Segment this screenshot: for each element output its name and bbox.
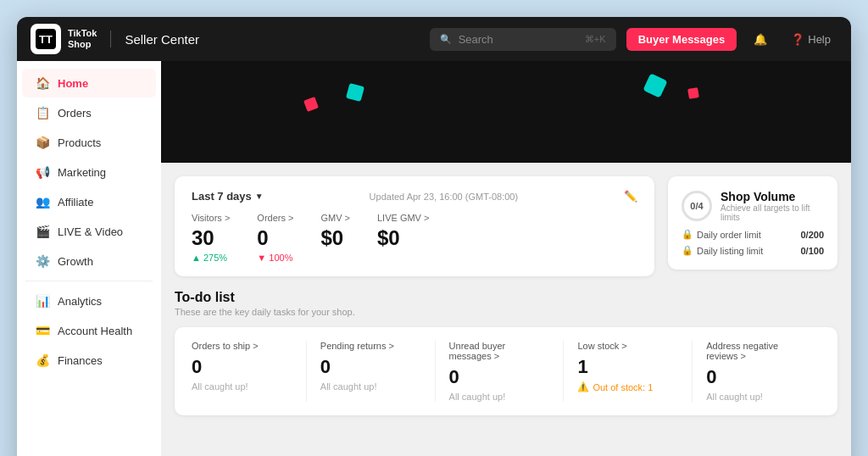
- unread-messages-label: Unread buyer messages >: [449, 341, 550, 361]
- confetti-teal: [346, 83, 364, 102]
- seller-center-label: Seller Center: [125, 32, 199, 47]
- help-label: Help: [808, 33, 831, 46]
- help-icon: ❓: [791, 33, 804, 46]
- sidebar-item-label: Growth: [58, 255, 93, 268]
- sidebar-item-label: Orders: [58, 107, 92, 120]
- daily-order-limit-row: 🔒 Daily order limit 0/200: [682, 229, 824, 240]
- live-gmv-value: $0: [377, 226, 429, 250]
- sidebar: 🏠 Home 📋 Orders 📦 Products 📢 Marketing 👥…: [17, 61, 161, 456]
- search-bar[interactable]: 🔍 Search ⌘+K: [430, 28, 616, 51]
- sidebar-item-account-health[interactable]: 💳 Account Health: [22, 316, 156, 345]
- hero-banner: [161, 61, 851, 163]
- lock-icon-2: 🔒: [682, 245, 693, 256]
- sidebar-item-label: Affiliate: [58, 196, 93, 209]
- todo-section: To-do list These are the key daily tasks…: [161, 290, 851, 429]
- main-layout: 🏠 Home 📋 Orders 📦 Products 📢 Marketing 👥…: [17, 61, 851, 456]
- metric-visitors: Visitors > 30 ▲ 275%: [192, 213, 230, 263]
- visitors-value: 30: [192, 226, 230, 250]
- todo-item-low-stock[interactable]: Low stock > 1 ⚠️ Out of stock: 1: [564, 341, 693, 402]
- orders-to-ship-sub: All caught up!: [192, 381, 292, 392]
- sidebar-item-marketing[interactable]: 📢 Marketing: [22, 158, 156, 186]
- lock-icon: 🔒: [682, 229, 693, 240]
- bell-icon: 🔔: [754, 33, 767, 46]
- date-range-button[interactable]: Last 7 days ▼: [192, 190, 264, 203]
- confetti-teal-right: [643, 73, 667, 97]
- shop-vol-text: Shop Volume Achieve all targets to lift …: [721, 190, 824, 222]
- finances-icon: 💰: [36, 353, 49, 367]
- orders-to-ship-value: 0: [192, 356, 292, 378]
- sidebar-item-label: Products: [58, 136, 101, 149]
- progress-value: 0/4: [690, 201, 703, 211]
- sidebar-item-label: LIVE & Video: [58, 225, 123, 238]
- products-icon: 📦: [36, 136, 49, 149]
- notifications-button[interactable]: 🔔: [747, 30, 774, 49]
- app-window: TT TikTok Shop Seller Center 🔍 Search ⌘+…: [17, 17, 851, 456]
- sidebar-item-label: Account Health: [58, 325, 132, 337]
- sidebar-item-affiliate[interactable]: 👥 Affiliate: [22, 187, 156, 216]
- sidebar-item-growth[interactable]: ⚙️ Growth: [22, 247, 156, 275]
- todo-items: Orders to ship > 0 All caught up! Pendin…: [192, 341, 821, 402]
- daily-listing-limit-row: 🔒 Daily listing limit 0/100: [682, 245, 824, 256]
- todo-card: Orders to ship > 0 All caught up! Pendin…: [175, 327, 837, 415]
- stats-section: Last 7 days ▼ Updated Apr 23, 16:00 (GMT…: [161, 163, 851, 290]
- pending-returns-sub: All caught up!: [320, 381, 421, 392]
- todo-item-orders-to-ship[interactable]: Orders to ship > 0 All caught up!: [192, 341, 307, 402]
- todo-item-unread-messages[interactable]: Unread buyer messages > 0 All caught up!: [436, 341, 565, 402]
- low-stock-value: 1: [577, 356, 678, 378]
- metric-gmv: GMV > $0: [320, 213, 350, 263]
- shop-volume-subtitle: Achieve all targets to lift limits: [721, 203, 824, 222]
- marketing-icon: 📢: [36, 165, 49, 179]
- shop-volume-card: 0/4 Shop Volume Achieve all targets to l…: [668, 176, 837, 270]
- pending-returns-label: Pending returns >: [320, 341, 421, 351]
- home-icon: 🏠: [36, 76, 49, 90]
- todo-title: To-do list: [175, 290, 837, 305]
- todo-item-pending-returns[interactable]: Pending returns > 0 All caught up!: [307, 341, 436, 402]
- metric-live-gmv: LIVE GMV > $0: [377, 213, 429, 263]
- search-placeholder: Search: [459, 33, 493, 46]
- svg-text:TT: TT: [39, 33, 53, 46]
- sidebar-item-live-video[interactable]: 🎬 LIVE & Video: [22, 217, 156, 246]
- sidebar-item-products[interactable]: 📦 Products: [22, 128, 156, 157]
- metric-orders: Orders > 0 ▼ 100%: [257, 213, 293, 263]
- orders-icon: 📋: [36, 106, 49, 120]
- updated-text: Updated Apr 23, 16:00 (GMT-08:00): [370, 192, 519, 202]
- search-shortcut: ⌘+K: [585, 34, 606, 45]
- unread-messages-value: 0: [449, 366, 550, 388]
- orders-label: Orders >: [257, 213, 293, 223]
- sidebar-item-home[interactable]: 🏠 Home: [22, 69, 156, 97]
- orders-change: ▼ 100%: [257, 253, 293, 263]
- pending-returns-value: 0: [320, 356, 421, 378]
- sidebar-item-analytics[interactable]: 📊 Analytics: [22, 286, 156, 315]
- stats-card: Last 7 days ▼ Updated Apr 23, 16:00 (GMT…: [175, 176, 654, 276]
- affiliate-icon: 👥: [36, 195, 49, 209]
- negative-reviews-value: 0: [706, 366, 807, 388]
- sidebar-item-label: Analytics: [58, 295, 102, 308]
- sidebar-item-orders[interactable]: 📋 Orders: [22, 98, 156, 127]
- negative-reviews-label: Address negative reviews >: [706, 341, 807, 361]
- sidebar-item-label: Marketing: [58, 166, 106, 179]
- todo-subtitle: These are the key daily tasks for your s…: [175, 307, 837, 317]
- gmv-value: $0: [320, 226, 350, 250]
- low-stock-label: Low stock >: [577, 341, 678, 351]
- unread-messages-sub: All caught up!: [449, 392, 550, 402]
- logo-text: TikTok Shop: [68, 28, 97, 50]
- metrics-row: Visitors > 30 ▲ 275% Orders > 0 ▼ 100% G…: [192, 213, 637, 263]
- confetti-red-right: [687, 87, 699, 99]
- orders-to-ship-label: Orders to ship >: [192, 341, 292, 351]
- help-button[interactable]: ❓ Help: [784, 30, 837, 49]
- analytics-icon: 📊: [36, 294, 49, 308]
- todo-item-negative-reviews[interactable]: Address negative reviews > 0 All caught …: [693, 341, 821, 402]
- shop-volume-title: Shop Volume: [721, 190, 824, 203]
- stats-card-header: Last 7 days ▼ Updated Apr 23, 16:00 (GMT…: [192, 190, 637, 203]
- sidebar-item-finances[interactable]: 💰 Finances: [22, 346, 156, 375]
- buyer-messages-button[interactable]: Buyer Messages: [626, 28, 737, 51]
- chevron-down-icon: ▼: [255, 192, 264, 201]
- growth-icon: ⚙️: [36, 254, 49, 268]
- daily-listing-value: 0/100: [800, 246, 824, 256]
- account-health-icon: 💳: [36, 324, 49, 337]
- negative-reviews-sub: All caught up!: [706, 392, 807, 402]
- sidebar-item-label: Home: [58, 77, 88, 90]
- live-icon: 🎬: [36, 225, 49, 238]
- top-navigation: TT TikTok Shop Seller Center 🔍 Search ⌘+…: [17, 17, 851, 61]
- edit-icon[interactable]: ✏️: [624, 190, 637, 203]
